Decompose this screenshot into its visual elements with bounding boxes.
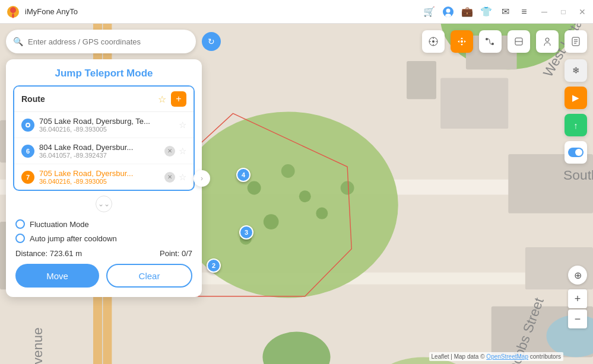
favorites-icon[interactable]: ☆ [158,94,166,105]
distance-stat: Distance: 723.61 m [15,249,82,258]
close-button[interactable]: ✕ [578,7,587,17]
svg-point-4 [445,14,451,17]
svg-point-14 [248,181,261,195]
fluctuation-mode-option[interactable]: Fluctuation Mode [15,219,192,229]
svg-text:Ferguson Avenue: Ferguson Avenue [30,327,45,364]
svg-point-1 [10,7,16,13]
route-item-3-name: 705 Lake Road, Dyersbur... [39,169,160,178]
route-item-1-coords: 36.040216, -89.393005 [39,126,174,133]
left-panel: Jump Teleport Mode Route ☆ + [6,59,202,297]
direction-button[interactable]: ↑ [565,114,587,136]
collapse-panel-button[interactable]: › [194,170,210,187]
route-marker-7: 7 [21,171,34,184]
route-item-3-star[interactable]: ☆ [179,172,186,183]
svg-point-17 [316,207,328,219]
panel-title: Jump Teleport Mode [6,59,202,85]
mail-icon[interactable]: ✉ [499,6,511,18]
marker-2[interactable]: 2 [207,258,221,273]
clear-button[interactable]: Clear [106,264,192,288]
action-buttons: Move Clear [6,258,202,288]
svg-point-18 [281,164,295,178]
minimize-button[interactable]: ─ [540,7,549,17]
route-item-2-star[interactable]: ☆ [179,146,186,157]
route-item: 6 804 Lake Road, Dyersbur... 36.041057, … [14,138,194,164]
marker-4[interactable]: 4 [236,168,250,182]
route-marker-1 [21,119,34,132]
attribution-suffix: contributors [530,353,561,360]
add-route-button[interactable]: + [171,91,186,107]
route-item: 705 Lake Road, Dyersburg, Te... 36.04021… [14,112,194,138]
route-item-3-remove[interactable]: ✕ [164,172,175,183]
refresh-location-button[interactable]: ↻ [202,32,221,51]
route-item-2-actions: ✕ ☆ [164,146,186,157]
toggle-button[interactable] [565,141,587,164]
cart-icon[interactable]: 🛒 [423,6,435,18]
svg-point-3 [446,8,451,12]
route-item-1-info: 705 Lake Road, Dyersburg, Te... 36.04021… [39,117,174,133]
shirt-icon[interactable]: 👕 [480,6,492,18]
marker-3[interactable]: 3 [239,225,253,240]
auto-jump-mode-label: Auto jump after cooldown [30,234,117,243]
user-icon[interactable] [442,6,454,18]
route-item: 7 705 Lake Road, Dyersbur... 36.040216, … [14,164,194,190]
joystick-button[interactable]: ▶ [565,87,587,109]
map-attribution: Leaflet | Map data © OpenStreetMap contr… [429,352,563,361]
point-stat: Point: 0/7 [160,249,192,258]
route-item-1-name: 705 Lake Road, Dyersburg, Te... [39,117,174,126]
map-zoom-controls: ⊕ + − [568,266,587,328]
freeze-button[interactable]: ❄ [565,59,587,82]
map-right-tools: ❄ ▶ ↑ [565,59,587,164]
move-tool-button[interactable] [451,30,473,53]
route-item-2-info: 804 Lake Road, Dyersbur... 36.041057, -8… [39,143,160,159]
route-tool-button[interactable] [479,30,502,53]
svg-point-58 [575,149,582,156]
zoom-in-button[interactable]: + [568,289,587,308]
route-item-3-info: 705 Lake Road, Dyersbur... 36.040216, -8… [39,169,160,185]
app-title: iMyFone AnyTo [25,7,423,16]
briefcase-icon[interactable]: 💼 [461,6,473,18]
fluctuation-mode-radio[interactable] [15,219,25,229]
route-label: Route [21,94,45,104]
svg-point-47 [461,40,463,43]
route-header: Route ☆ + [14,87,194,112]
move-button[interactable]: Move [15,264,99,288]
person-tool-button[interactable] [536,30,559,53]
crosshair-tool-button[interactable] [422,30,445,53]
svg-rect-24 [440,78,508,129]
svg-point-52 [546,38,549,41]
app-logo [6,5,20,19]
svg-point-49 [491,43,494,45]
svg-point-16 [264,214,279,229]
expand-btn-area: ⌄⌄ [6,196,202,212]
route-item-2-name: 804 Lake Road, Dyersbur... [39,143,160,152]
titlebar-icons: 🛒 💼 👕 ✉ ≡ ─ □ ✕ [423,6,587,18]
menu-icon[interactable]: ≡ [518,6,530,18]
route-item-3-actions: ✕ ☆ [164,172,186,183]
square-tool-button[interactable] [508,30,530,53]
svg-point-20 [341,181,354,195]
svg-text:South L...: South L... [563,167,593,183]
titlebar: iMyFone AnyTo 🛒 💼 👕 ✉ ≡ ─ □ ✕ [0,0,593,24]
route-item-3-coords: 36.040216, -89.393005 [39,178,160,185]
history-tool-button[interactable] [565,30,587,53]
search-icon: 🔍 [13,37,23,46]
stats-row: Distance: 723.61 m Point: 0/7 [6,243,202,258]
openstreetmap-link[interactable]: OpenStreetMap [486,353,528,360]
search-input[interactable] [28,37,189,46]
map-top-bar: 🔍 ↻ [6,30,587,53]
zoom-out-button[interactable]: − [568,309,587,328]
route-item-2-remove[interactable]: ✕ [164,146,175,157]
maximize-button[interactable]: □ [559,7,568,17]
svg-point-60 [27,124,29,126]
mode-options: Fluctuation Mode Auto jump after cooldow… [6,212,202,243]
svg-point-46 [432,40,435,43]
route-item-1-actions: ☆ [179,120,186,130]
search-bar: 🔍 [6,30,196,53]
compass-button[interactable]: ⊕ [568,266,587,285]
route-item-1-star[interactable]: ☆ [179,120,186,130]
auto-jump-mode-radio[interactable] [15,234,25,243]
auto-jump-mode-option[interactable]: Auto jump after cooldown [15,234,192,243]
route-item-2-coords: 36.041057, -89.392437 [39,152,160,159]
route-header-icons: ☆ + [158,91,186,107]
expand-list-button[interactable]: ⌄⌄ [96,196,112,212]
